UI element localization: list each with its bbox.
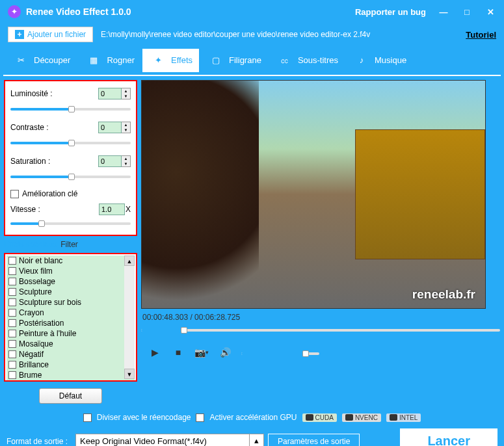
subtitle-icon: ㏄ <box>276 53 294 68</box>
saturation-stepper[interactable]: ▲▼ <box>122 155 131 167</box>
fx-checkbox[interactable] <box>8 267 16 275</box>
brightness-label: Luminosité : <box>10 89 56 98</box>
key-enhance-checkbox[interactable] <box>10 190 19 198</box>
speed-unit: X <box>126 205 131 214</box>
split-checkbox[interactable] <box>83 413 92 422</box>
speed-slider[interactable] <box>10 219 131 228</box>
tab-crop[interactable]: ▦Rogner <box>78 49 141 72</box>
fx-item[interactable]: Noir et blanc <box>7 256 135 266</box>
report-bug-link[interactable]: Rapporter un bug <box>355 7 426 17</box>
saturation-label: Saturation : <box>10 157 56 166</box>
app-title: Renee Video Effect 1.0.0 <box>26 7 131 17</box>
nvenc-badge: NVENC <box>342 413 381 422</box>
stop-button[interactable]: ■ <box>171 345 185 360</box>
fx-item[interactable]: Bosselage <box>7 276 135 287</box>
fx-checkbox[interactable] <box>8 371 16 379</box>
contrast-slider[interactable] <box>10 138 131 148</box>
key-enhance-label: Amélioration clé <box>22 189 77 198</box>
contrast-stepper[interactable]: ▲▼ <box>122 122 131 133</box>
music-icon: ♪ <box>352 53 371 68</box>
subtab-effects[interactable]: Effets spéciaux <box>4 240 57 249</box>
app-logo: ✦ <box>8 5 21 18</box>
fx-checkbox[interactable] <box>8 298 16 306</box>
crop-icon: ▦ <box>85 53 103 68</box>
fx-checkbox[interactable] <box>8 288 16 296</box>
minimize-button[interactable]: — <box>438 7 449 17</box>
fx-checkbox[interactable] <box>8 257 16 265</box>
fx-checkbox[interactable] <box>8 309 16 317</box>
tutorial-link[interactable]: Tutoriel <box>466 30 496 40</box>
tab-watermark[interactable]: ▢Filigrane <box>200 49 268 72</box>
scissors-icon: ✂ <box>12 53 30 68</box>
timeline-slider[interactable] <box>141 326 500 335</box>
timecode: 00:00:48.303 / 00:06:28.725 <box>142 313 499 322</box>
fx-item[interactable]: Négatif <box>7 349 135 360</box>
tab-music[interactable]: ♪Musique <box>346 49 413 72</box>
play-button[interactable]: ▶ <box>148 345 162 360</box>
tab-cut[interactable]: ✂Découper <box>5 49 77 72</box>
fx-item[interactable]: Postérisation <box>7 318 135 328</box>
close-button[interactable]: ✕ <box>484 7 496 17</box>
contrast-input[interactable] <box>98 122 122 133</box>
gpu-checkbox[interactable] <box>196 413 204 422</box>
fx-checkbox[interactable] <box>8 319 16 327</box>
brightness-slider[interactable] <box>10 105 131 114</box>
fx-item[interactable]: Vieux film <box>7 266 135 276</box>
fx-checkbox[interactable] <box>8 278 16 285</box>
default-button[interactable]: Défaut <box>39 388 102 404</box>
effects-list-panel: Noir et blanc Vieux film Bosselage Sculp… <box>4 253 137 382</box>
subtab-filter[interactable]: Filter <box>60 240 78 249</box>
volume-button[interactable]: 🔊 <box>218 345 232 360</box>
fx-checkbox[interactable] <box>8 340 16 348</box>
fx-checkbox[interactable] <box>8 350 16 358</box>
fx-checkbox[interactable] <box>8 330 16 337</box>
fx-item[interactable]: Sculpture <box>7 287 135 297</box>
scroll-up-icon[interactable]: ▲ <box>124 256 135 266</box>
gpu-label: Activer accélération GPU <box>209 413 297 422</box>
split-label: Diviser avec le réencodage <box>97 413 191 422</box>
volume-slider[interactable] <box>241 349 319 356</box>
intel-badge: INTEL <box>386 413 421 422</box>
cuda-badge: CUDA <box>302 413 337 422</box>
contrast-label: Contraste : <box>10 123 56 132</box>
brightness-input[interactable] <box>98 88 122 99</box>
fx-item[interactable]: Peinture à l'huile <box>7 328 135 339</box>
saturation-slider[interactable] <box>10 172 131 181</box>
add-file-button[interactable]: Ajouter un fichier <box>8 27 93 42</box>
fx-scrollbar[interactable]: ▲▼ <box>124 256 135 379</box>
watermark-icon: ▢ <box>207 53 225 68</box>
file-path: E:\molly\molly\renee video editor\couper… <box>101 30 370 39</box>
format-select[interactable]: Keep Original Video Format(*.f4v)▴ <box>75 434 264 447</box>
preview-watermark: reneelab.fr <box>412 287 475 302</box>
speed-label: Vitesse : <box>10 205 40 214</box>
scroll-down-icon[interactable]: ▼ <box>124 369 135 379</box>
fx-item[interactable]: Mosaïque <box>7 339 135 349</box>
adjustments-panel: Luminosité : ▲▼ Contraste : ▲▼ Saturatio… <box>4 80 137 236</box>
fx-item[interactable]: Brillance <box>7 360 135 370</box>
fx-checkbox[interactable] <box>8 361 16 369</box>
chevron-up-icon[interactable]: ▴ <box>249 434 263 447</box>
format-label: Format de sortie : <box>7 437 72 446</box>
fx-item[interactable]: Sculpture sur bois <box>7 297 135 308</box>
fx-item[interactable]: Brume <box>7 370 135 380</box>
launch-button[interactable]: Lancer <box>400 428 497 446</box>
brightness-stepper[interactable]: ▲▼ <box>122 88 131 99</box>
fx-item[interactable]: Crayon <box>7 308 135 318</box>
output-params-button[interactable]: Paramètres de sortie <box>268 434 360 447</box>
saturation-input[interactable] <box>98 155 122 167</box>
wand-icon: ✦ <box>149 53 167 68</box>
maximize-button[interactable]: □ <box>461 7 473 17</box>
snapshot-button[interactable]: 📷▾ <box>194 345 209 360</box>
tab-effects[interactable]: ✦Effets <box>142 49 199 72</box>
speed-input[interactable] <box>99 203 125 215</box>
video-preview[interactable]: reneelab.fr <box>141 80 486 309</box>
tab-subtitles[interactable]: ㏄Sous-titres <box>269 49 345 72</box>
